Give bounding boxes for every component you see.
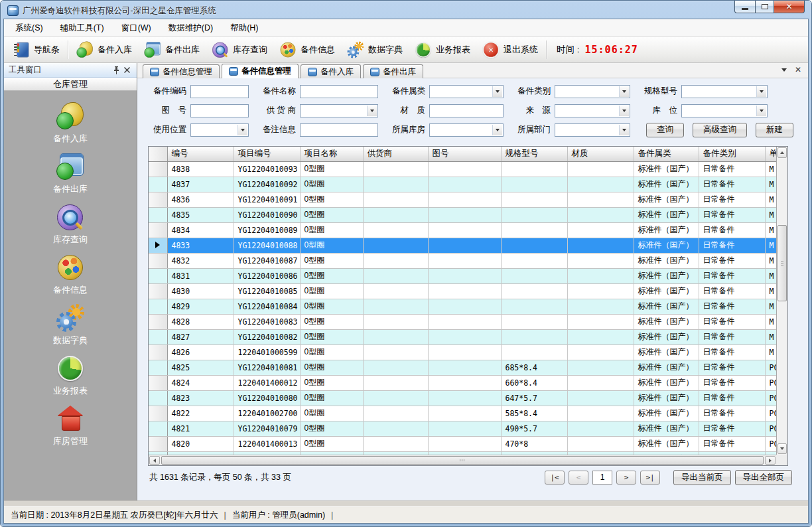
column-header[interactable]: 备件类别 [699, 147, 765, 161]
field-input[interactable] [300, 123, 378, 137]
table-row[interactable]: 4834YG122040100890型圈标准件（国产）日常备件M [149, 222, 776, 238]
table-row[interactable]: 4823YG122040100800型圈647*5.7标准件（国产）日常备件PC [149, 390, 776, 406]
tab-list-dropdown-icon[interactable] [781, 68, 787, 72]
sidebar-item-pie[interactable]: 业务报表 [53, 354, 88, 397]
sidebar-item-outbox[interactable]: 备件出库 [53, 152, 88, 195]
table-row[interactable]: 4830YG122040100850型圈标准件（国产）日常备件M [149, 283, 776, 299]
toolbar-button-outbox[interactable]: 备件出库 [138, 40, 206, 60]
field-dropdown[interactable] [555, 104, 630, 117]
table-row[interactable]: 4837YG122040100920型圈标准件（国产）日常备件M [149, 177, 776, 192]
column-header[interactable]: 备件属类 [634, 147, 699, 161]
sidebar-item-inbox[interactable]: 备件入库 [53, 102, 88, 145]
toolbar-button-palette[interactable]: 备件信息 [273, 40, 341, 60]
row-selector-cell[interactable] [149, 238, 167, 253]
field-dropdown[interactable] [429, 123, 504, 137]
scroll-left-icon[interactable] [149, 456, 160, 465]
pin-icon[interactable] [111, 66, 121, 74]
query-button[interactable]: 查询 [646, 123, 684, 137]
field-dropdown[interactable] [681, 104, 768, 117]
row-selector-cell[interactable] [149, 390, 167, 406]
tab-3[interactable]: 备件入库 [301, 64, 361, 78]
sidebar-item-search[interactable]: 库存查询 [53, 202, 88, 246]
last-page-button[interactable]: >| [640, 471, 660, 485]
horizontal-scroll-thumb[interactable] [161, 456, 764, 465]
menu-item-2[interactable]: 辅助工具(T) [52, 19, 113, 37]
scroll-down-icon[interactable] [778, 443, 787, 454]
maximize-button[interactable] [755, 1, 774, 13]
table-row[interactable]: 4833YG122040100880型圈标准件（国产）日常备件M [149, 238, 776, 253]
scroll-right-icon[interactable] [765, 456, 776, 465]
row-selector-cell[interactable] [149, 344, 167, 360]
export-current-page-button[interactable]: 导出当前页 [673, 470, 731, 485]
row-selector-cell[interactable] [149, 299, 167, 314]
row-selector-cell[interactable] [149, 161, 167, 177]
table-row[interactable]: 4827YG122040100820型圈标准件（国产）日常备件M [149, 329, 776, 344]
scroll-up-icon[interactable] [778, 147, 787, 158]
row-selector-cell[interactable] [149, 207, 167, 222]
toolbar-button-pie[interactable]: 业务报表 [409, 40, 476, 60]
toolbar-button-inbox[interactable]: 备件入库 [70, 40, 138, 60]
vertical-scroll-thumb[interactable] [778, 225, 787, 301]
table-row[interactable]: 4828YG122040100830型圈标准件（国产）日常备件M [149, 314, 776, 329]
menu-item-1[interactable]: 系统(S) [7, 19, 52, 37]
next-page-button[interactable]: > [616, 471, 636, 485]
first-page-button[interactable]: |< [545, 471, 565, 485]
table-row[interactable]: 4832YG122040100870型圈标准件（国产）日常备件M [149, 253, 776, 268]
field-dropdown[interactable] [190, 123, 249, 137]
table-row[interactable]: 4835YG122040100900型圈标准件（国产）日常备件M [149, 207, 776, 222]
table-row[interactable]: 4825YG122040100810型圈685*8.4标准件（国产）日常备件PC [149, 360, 776, 375]
export-all-pages-button[interactable]: 导出全部页 [735, 470, 793, 485]
toolbar-button-exit[interactable]: 退出系统 [476, 40, 544, 60]
row-selector-cell[interactable] [149, 177, 167, 192]
table-row[interactable]: 4836YG122040100910型圈标准件（国产）日常备件M [149, 192, 776, 207]
sidebar-close-icon[interactable] [121, 67, 132, 73]
column-header[interactable]: 供货商 [363, 147, 428, 161]
row-selector-cell[interactable] [149, 375, 167, 390]
field-dropdown[interactable] [429, 85, 504, 98]
page-number-input[interactable] [592, 471, 612, 485]
table-row[interactable]: 4838YG122040100930型圈标准件（国产）日常备件M [149, 161, 776, 177]
row-selector-cell[interactable] [149, 314, 167, 329]
vertical-scrollbar[interactable] [776, 147, 787, 455]
column-header[interactable]: 编号 [167, 147, 234, 161]
table-row[interactable]: 482212204010027000型圈585*8.4标准件（国产）日常备件PC [149, 406, 776, 421]
toolbar-button-gears[interactable]: 数据字典 [341, 40, 409, 60]
column-header[interactable]: 图号 [428, 147, 501, 161]
field-input[interactable] [190, 104, 249, 117]
column-header[interactable]: 单位 [765, 147, 776, 161]
field-input[interactable] [429, 104, 504, 117]
table-row[interactable]: 4831YG122040100860型圈标准件（国产）日常备件M [149, 268, 776, 283]
tab-1[interactable]: 备件信息管理 [143, 64, 220, 78]
row-selector-cell[interactable] [149, 268, 167, 283]
menu-item-3[interactable]: 窗口(W) [113, 19, 160, 37]
field-input[interactable] [190, 85, 249, 98]
minimize-button[interactable] [734, 1, 755, 13]
table-row[interactable]: 4829YG122040100840型圈标准件（国产）日常备件M [149, 299, 776, 314]
row-selector-cell[interactable] [149, 192, 167, 207]
new-button[interactable]: 新建 [756, 123, 793, 137]
row-selector-cell[interactable] [149, 360, 167, 375]
tab-4[interactable]: 备件出库 [363, 64, 423, 78]
field-dropdown[interactable] [681, 85, 768, 98]
row-selector-cell[interactable] [149, 421, 167, 436]
column-header[interactable]: 项目编号 [234, 147, 300, 161]
row-selector-cell[interactable] [149, 222, 167, 238]
field-dropdown[interactable] [300, 104, 378, 117]
menu-item-5[interactable]: 帮助(H) [222, 19, 267, 37]
column-header[interactable]: 材质 [567, 147, 634, 161]
advanced-query-button[interactable]: 高级查询 [693, 123, 747, 137]
tab-2[interactable]: 备件信息管理 [222, 64, 299, 78]
sidebar-item-house[interactable]: 库房管理 [53, 404, 88, 447]
row-selector-cell[interactable] [149, 436, 167, 451]
table-row[interactable]: 4821YG122040100790型圈490*5.7标准件（国产）日常备件PC [149, 421, 776, 436]
table-row[interactable]: 482012204014000130型圈470*8标准件（国产）日常备件PC [149, 436, 776, 451]
close-tab-icon[interactable]: ✕ [795, 66, 801, 74]
table-row[interactable]: 482412204014000120型圈660*8.4标准件（国产）日常备件PC [149, 375, 776, 390]
prev-page-button[interactable]: < [569, 471, 588, 485]
row-selector-cell[interactable] [149, 329, 167, 344]
field-dropdown[interactable] [555, 85, 630, 98]
menu-item-4[interactable]: 数据维护(D) [160, 19, 222, 37]
close-button[interactable]: ✕ [774, 1, 805, 13]
field-input[interactable] [300, 85, 378, 98]
toolbar-button-notebook[interactable]: 导航条 [7, 40, 66, 60]
